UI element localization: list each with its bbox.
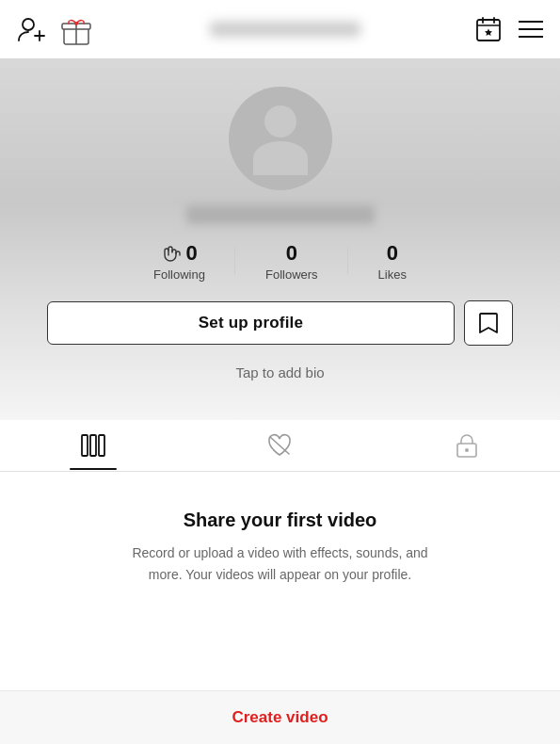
share-description: Record or upload a video with effects, s… [120, 542, 440, 585]
svg-rect-14 [82, 435, 88, 456]
tab-videos[interactable] [0, 421, 186, 470]
avatar[interactable] [229, 87, 332, 190]
profile-hero: 0 Following 0 Followers 0 Likes Set up p… [0, 58, 560, 420]
menu-icon[interactable] [519, 19, 543, 40]
liked-icon [266, 433, 293, 458]
following-stat[interactable]: 0 Following [123, 241, 235, 282]
svg-point-0 [23, 19, 34, 30]
followers-stat[interactable]: 0 Followers [235, 241, 348, 282]
share-title: Share your first video [184, 509, 377, 531]
tab-liked[interactable] [186, 420, 373, 471]
nav-right [475, 16, 543, 42]
bottom-bar: Create video [0, 690, 560, 744]
setup-profile-button[interactable]: Set up profile [47, 301, 455, 345]
tabs-row [0, 420, 560, 472]
add-user-icon[interactable] [17, 16, 45, 42]
nav-username [210, 22, 360, 37]
lock-icon [456, 433, 477, 458]
create-video-button[interactable]: Create video [232, 708, 328, 727]
following-label: Following [153, 267, 205, 282]
username-display [186, 205, 375, 224]
content-area: Share your first video Record or upload … [0, 472, 560, 613]
calendar-star-icon[interactable] [475, 16, 502, 42]
grid-lines-icon [81, 434, 105, 457]
stats-row: 0 Following 0 Followers 0 Likes [123, 241, 437, 282]
following-count: 0 [185, 241, 197, 266]
likes-count: 0 [387, 241, 398, 266]
followers-label: Followers [265, 267, 318, 282]
bio-text[interactable]: Tap to add bio [235, 361, 324, 397]
tab-private[interactable] [374, 420, 560, 471]
likes-label: Likes [378, 267, 407, 282]
gift-icon[interactable] [58, 11, 94, 47]
action-row: Set up profile [0, 300, 560, 346]
svg-rect-15 [90, 435, 96, 456]
followers-count: 0 [286, 241, 297, 266]
bookmark-button[interactable] [464, 300, 513, 346]
top-nav [0, 0, 560, 58]
bookmark-icon [478, 312, 499, 334]
likes-stat[interactable]: 0 Likes [348, 241, 437, 282]
svg-line-17 [270, 437, 289, 454]
svg-point-19 [465, 448, 469, 452]
nav-left [17, 11, 94, 47]
svg-rect-16 [99, 435, 104, 456]
svg-point-6 [74, 22, 78, 25]
